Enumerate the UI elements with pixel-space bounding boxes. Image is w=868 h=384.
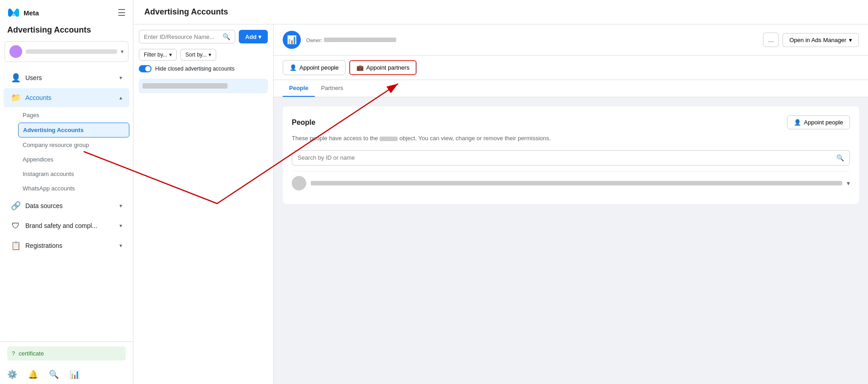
account-icon-symbol: 📊 xyxy=(287,35,297,45)
accounts-icon: 📁 xyxy=(11,93,21,103)
settings-icon[interactable]: ⚙️ xyxy=(7,370,17,379)
action-buttons-row: 👤 Appoint people 💼 Appoint partners xyxy=(274,56,868,80)
notifications-icon[interactable]: 🔔 xyxy=(28,370,38,379)
main-area: Advertising Accounts 🔍 Add ▾ F xyxy=(133,0,868,384)
business-name xyxy=(26,49,117,54)
meta-logo-icon xyxy=(7,6,20,19)
page-title: Advertising Accounts xyxy=(144,7,857,17)
appoint-people-button[interactable]: 👤 Appoint people xyxy=(283,60,346,75)
appoint-partners-button[interactable]: 💼 Appoint partners xyxy=(349,60,417,75)
certificate-icon: ? xyxy=(12,350,15,357)
appoint-people-inline-label: Appoint people xyxy=(804,119,843,126)
hide-closed-label: Hide closed advertising accounts xyxy=(155,66,234,72)
sort-button[interactable]: Sort by... ▾ xyxy=(180,49,216,61)
search-people-input[interactable] xyxy=(298,154,833,161)
add-button[interactable]: Add ▾ xyxy=(239,30,268,43)
appoint-people-inline-icon: 👤 xyxy=(794,119,801,126)
certificate-item[interactable]: ? certificate xyxy=(7,346,126,360)
search-input-wrap[interactable]: 🔍 xyxy=(139,30,235,43)
owner-label: Owner: xyxy=(306,38,322,43)
person-row-chevron-icon[interactable]: ▾ xyxy=(847,180,850,187)
open-ads-chevron-icon: ▾ xyxy=(849,37,852,43)
sidebar-item-company-resource-group[interactable]: Company resource group xyxy=(18,138,129,152)
certificate-label: certificate xyxy=(19,350,44,357)
add-label: Add xyxy=(245,33,256,40)
account-list xyxy=(133,77,273,384)
content-area: 🔍 Add ▾ Filter by... ▾ Sort by... ▾ xyxy=(133,24,868,384)
filter-chevron-icon: ▾ xyxy=(169,52,172,58)
account-list-item[interactable] xyxy=(139,79,268,93)
company-title: Advertising Accounts xyxy=(0,25,133,41)
right-content: People 👤 Appoint people These people hav… xyxy=(274,97,868,384)
search-icon: 🔍 xyxy=(223,33,230,40)
search-people-wrap[interactable]: 🔍 xyxy=(292,150,850,166)
sidebar-item-pages[interactable]: Pages xyxy=(18,108,129,122)
header-actions: ... Open in Ads Manager ▾ xyxy=(763,33,859,47)
more-button[interactable]: ... xyxy=(763,33,779,47)
left-panel: 🔍 Add ▾ Filter by... ▾ Sort by... ▾ xyxy=(133,24,274,384)
sidebar-item-users[interactable]: 👤 Users ▾ xyxy=(4,68,129,87)
open-ads-label: Open in Ads Manager xyxy=(789,37,846,43)
brand-safety-icon: 🛡 xyxy=(11,221,21,231)
tab-people-label: People xyxy=(289,85,308,91)
brand-safety-chevron-icon: ▾ xyxy=(119,223,122,229)
tab-partners-label: Partners xyxy=(321,85,343,91)
search-input[interactable] xyxy=(144,33,220,40)
sort-chevron-icon: ▾ xyxy=(209,52,211,58)
people-header: People 👤 Appoint people xyxy=(292,115,850,129)
registrations-chevron-icon: ▾ xyxy=(119,242,122,249)
dashboard-icon[interactable]: 📊 xyxy=(70,370,80,379)
object-name-blurred xyxy=(379,137,398,141)
appoint-partners-label: Appoint partners xyxy=(366,64,409,71)
hamburger-button[interactable]: ☰ xyxy=(118,7,126,18)
sort-label: Sort by... xyxy=(185,52,207,58)
search-people-icon: 🔍 xyxy=(836,154,844,161)
meta-logo: Meta xyxy=(7,6,39,19)
add-chevron-icon: ▾ xyxy=(258,33,261,40)
desc-prefix: These people have access to the xyxy=(292,135,378,142)
appoint-people-icon: 👤 xyxy=(289,64,297,71)
search-icon[interactable]: 🔍 xyxy=(49,370,59,379)
sidebar-item-advertising-accounts[interactable]: Advertising Accounts xyxy=(18,123,129,137)
sidebar-nav: 👤 Users ▾ 📁 Accounts ▴ Pages Advertising… xyxy=(0,67,133,341)
appoint-people-inline-button[interactable]: 👤 Appoint people xyxy=(787,115,850,129)
sidebar-item-brand-safety[interactable]: 🛡 Brand safety and compl... ▾ xyxy=(4,216,129,235)
sidebar-item-data-sources[interactable]: 🔗 Data sources ▾ xyxy=(4,196,129,215)
hide-closed-row: Hide closed advertising accounts xyxy=(133,65,273,77)
right-panel-header: 📊 Owner: ... Open in Ads Manager ▾ xyxy=(274,24,868,56)
open-ads-manager-button[interactable]: Open in Ads Manager ▾ xyxy=(783,33,859,47)
users-label: Users xyxy=(25,74,115,81)
business-avatar xyxy=(9,45,22,58)
business-selector[interactable]: ▾ xyxy=(5,41,128,62)
appoint-people-label: Appoint people xyxy=(299,64,339,71)
sidebar-item-appendices[interactable]: Appendices xyxy=(18,152,129,166)
sidebar-item-whatsapp-accounts[interactable]: WhatsApp accounts xyxy=(18,181,129,195)
hide-closed-toggle[interactable] xyxy=(139,65,152,72)
right-panel: 📊 Owner: ... Open in Ads Manager ▾ xyxy=(274,24,868,384)
sidebar-item-accounts[interactable]: 📁 Accounts ▴ xyxy=(4,88,129,107)
desc-suffix: object. You can view, change or remove t… xyxy=(399,135,551,142)
filter-label: Filter by... xyxy=(144,52,167,58)
left-panel-toolbar: 🔍 Add ▾ xyxy=(133,24,273,49)
filter-row: Filter by... ▾ Sort by... ▾ xyxy=(133,49,273,65)
accounts-label: Accounts xyxy=(25,94,115,101)
users-chevron-icon: ▾ xyxy=(119,75,122,81)
account-name-placeholder xyxy=(142,83,228,89)
sidebar-header: Meta ☰ xyxy=(0,0,133,25)
person-name xyxy=(311,181,842,185)
sidebar-item-instagram-accounts[interactable]: Instagram accounts xyxy=(18,167,129,181)
main-header: Advertising Accounts xyxy=(133,0,868,24)
tab-partners[interactable]: Partners xyxy=(315,80,350,97)
users-icon: 👤 xyxy=(11,73,21,83)
sidebar-item-registrations[interactable]: 📋 Registrations ▾ xyxy=(4,236,129,255)
sidebar-footer: ? certificate xyxy=(0,341,133,365)
data-sources-chevron-icon: ▾ xyxy=(119,203,122,209)
person-avatar xyxy=(292,176,306,190)
tabs-row: People Partners xyxy=(274,80,868,97)
owner-name xyxy=(324,38,396,42)
filter-button[interactable]: Filter by... ▾ xyxy=(139,49,177,61)
data-sources-icon: 🔗 xyxy=(11,201,21,211)
accounts-sub-nav: Pages Advertising Accounts Company resou… xyxy=(0,108,133,195)
tab-people[interactable]: People xyxy=(283,80,315,97)
owner-info: Owner: xyxy=(306,36,758,43)
